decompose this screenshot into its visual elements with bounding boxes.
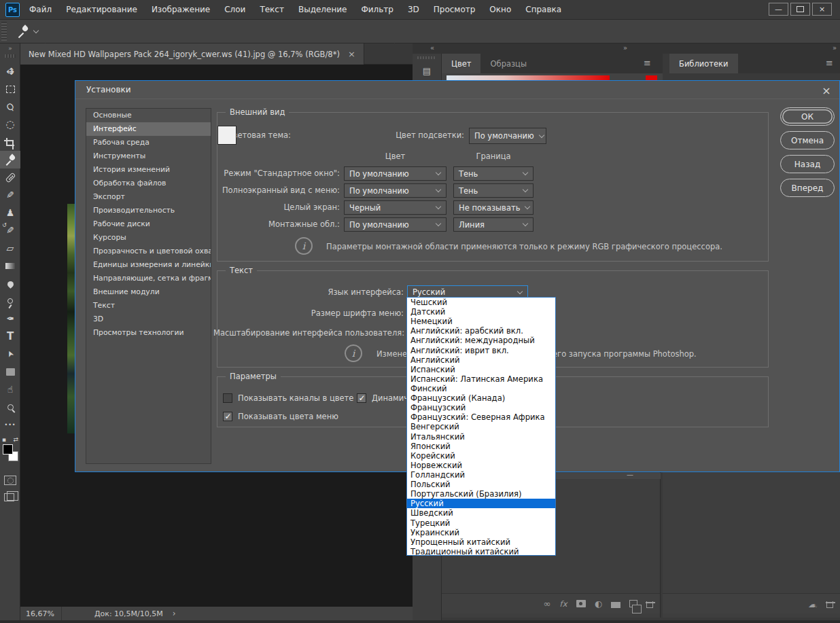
language-option[interactable]: Японский: [407, 442, 555, 451]
border-select[interactable]: Тень: [453, 183, 533, 198]
language-option[interactable]: Испанский: [407, 365, 555, 374]
sidebar-item[interactable]: Прозрачность и цветовой охват: [86, 245, 211, 258]
tool-healing-brush[interactable]: [0, 168, 20, 186]
collapse-dock-icon[interactable]: «: [430, 44, 434, 52]
dialog-button[interactable]: Назад: [780, 155, 835, 173]
collapsed-panel-icon[interactable]: ▤: [419, 63, 435, 78]
status-chevron-icon[interactable]: ›: [173, 609, 176, 618]
options-grip[interactable]: [1, 22, 7, 41]
color-select[interactable]: По умолчанию: [344, 166, 447, 181]
language-option[interactable]: Английский: арабский вкл.: [407, 326, 555, 336]
menu-item[interactable]: 3D: [408, 5, 419, 14]
language-option[interactable]: Французский (Канада): [407, 393, 555, 403]
language-option[interactable]: Турецкий: [407, 518, 555, 528]
dialog-button[interactable]: Вперед: [780, 179, 835, 197]
document-tab[interactable]: New Mixed HD Wallpapers Pack 264_igoryk_…: [20, 43, 364, 65]
language-option[interactable]: Корейский: [407, 451, 555, 461]
sidebar-item[interactable]: 3D: [86, 313, 211, 326]
sidebar-item[interactable]: Единицы измерения и линейки: [86, 258, 211, 272]
tab-swatches[interactable]: Образцы: [480, 54, 536, 73]
window-control-close[interactable]: ×: [812, 3, 832, 16]
tool-brush[interactable]: ✎: [0, 186, 20, 204]
language-option[interactable]: Упрощенный китайский: [407, 537, 555, 547]
tool-blur[interactable]: [0, 274, 20, 292]
language-option[interactable]: Немецкий: [407, 317, 555, 326]
layers-footer-icon-group[interactable]: [611, 602, 620, 608]
language-option[interactable]: Английский: международный: [407, 336, 555, 345]
layers-footer-icon-effects[interactable]: fx: [559, 599, 567, 609]
language-option[interactable]: Английский: [407, 355, 555, 365]
window-control-maximize[interactable]: [790, 3, 810, 16]
tool-marquee[interactable]: [0, 80, 20, 98]
tool-quick-select[interactable]: ◌: [0, 115, 20, 133]
tool-path-select[interactable]: ➤: [0, 345, 20, 363]
collapse-dock-icon[interactable]: »: [833, 44, 837, 52]
dock-grip[interactable]: [417, 56, 436, 59]
show-channels-in-color-checkbox[interactable]: [223, 393, 232, 403]
language-option[interactable]: Шведский: [407, 508, 555, 518]
language-option[interactable]: Финский: [407, 384, 555, 393]
sidebar-item[interactable]: Внешние модули: [86, 285, 211, 299]
highlight-color-select[interactable]: По умолчанию: [469, 128, 546, 144]
close-dialog-icon[interactable]: ×: [819, 83, 834, 98]
current-tool-button[interactable]: [16, 24, 39, 39]
tool-hand[interactable]: ☝: [0, 380, 20, 398]
quick-mask-button[interactable]: [4, 476, 16, 485]
sidebar-item[interactable]: Курсоры: [86, 231, 211, 245]
language-option[interactable]: Украинский: [407, 528, 555, 537]
sidebar-item[interactable]: Инструменты: [86, 149, 211, 163]
language-option[interactable]: Чешский: [407, 298, 555, 307]
dynamic-sliders-checkbox[interactable]: [357, 393, 366, 403]
layers-footer-icon-layer-mask[interactable]: [576, 600, 586, 607]
language-option[interactable]: Традиционный китайский: [407, 547, 555, 556]
tool-clone-stamp[interactable]: ♟: [0, 204, 20, 221]
layers-footer-icon-link[interactable]: ∞: [543, 599, 550, 609]
border-select[interactable]: Тень: [453, 166, 533, 181]
sidebar-item[interactable]: Экспорт: [86, 190, 211, 204]
menu-item[interactable]: Справка: [525, 5, 561, 14]
zoom-level-field[interactable]: 16,67%: [20, 607, 62, 620]
sidebar-item[interactable]: Производительность: [86, 204, 211, 217]
tool-pen[interactable]: ✒: [0, 310, 20, 327]
language-option[interactable]: Голландский: [407, 470, 555, 480]
menu-item[interactable]: Текст: [260, 5, 284, 14]
menu-item[interactable]: Фильтр: [361, 5, 393, 14]
theme-swatch-lightest[interactable]: [217, 126, 237, 145]
language-option[interactable]: Итальянский: [407, 432, 555, 442]
panel-menu-icon[interactable]: ≡: [826, 58, 833, 68]
screen-mode-button[interactable]: [4, 493, 14, 501]
menu-item[interactable]: Файл: [29, 5, 52, 14]
border-select[interactable]: Не показывать: [453, 200, 533, 215]
language-option[interactable]: Французский: Северная Африка: [407, 412, 555, 422]
tool-zoom[interactable]: [0, 398, 20, 416]
language-option[interactable]: Русский: [407, 499, 555, 508]
tool-rectangle[interactable]: [0, 363, 20, 380]
tab-color[interactable]: Цвет: [442, 54, 480, 73]
panel-menu-icon[interactable]: ≡: [644, 58, 651, 68]
layers-footer-icon-new-layer[interactable]: [629, 600, 637, 607]
color-ramp[interactable]: [447, 75, 610, 80]
tool-move[interactable]: ↔: [0, 63, 20, 80]
language-option[interactable]: Венгерский: [407, 422, 555, 431]
expand-tools-icon[interactable]: »: [0, 45, 20, 52]
language-option[interactable]: Английский: иврит вкл.: [407, 346, 555, 355]
border-select[interactable]: Линия: [453, 217, 533, 232]
current-color-swatch[interactable]: [646, 75, 657, 80]
color-select[interactable]: Черный: [344, 200, 447, 215]
tools-grip[interactable]: [5, 54, 16, 58]
language-option[interactable]: Польский: [407, 480, 555, 489]
photoshop-logo-icon[interactable]: Ps: [5, 3, 20, 17]
dialog-button[interactable]: Отмена: [780, 131, 835, 149]
language-option[interactable]: Испанский: Латинская Америка: [407, 374, 555, 384]
window-control-minimize[interactable]: —: [769, 3, 788, 16]
language-option[interactable]: Португальский (Бразилия): [407, 489, 555, 499]
foreground-color[interactable]: [3, 444, 13, 455]
libraries-footer-icon-delete[interactable]: [826, 601, 833, 608]
menu-item[interactable]: Выделение: [298, 5, 347, 14]
sidebar-item[interactable]: Просмотры технологии: [86, 326, 211, 340]
tool-history-brush[interactable]: ✎: [0, 221, 20, 239]
collapse-dock-icon[interactable]: »: [623, 44, 627, 52]
layers-footer-icon-delete[interactable]: [646, 601, 653, 608]
tool-gradient[interactable]: [0, 257, 20, 274]
language-option[interactable]: Французский: [407, 403, 555, 412]
